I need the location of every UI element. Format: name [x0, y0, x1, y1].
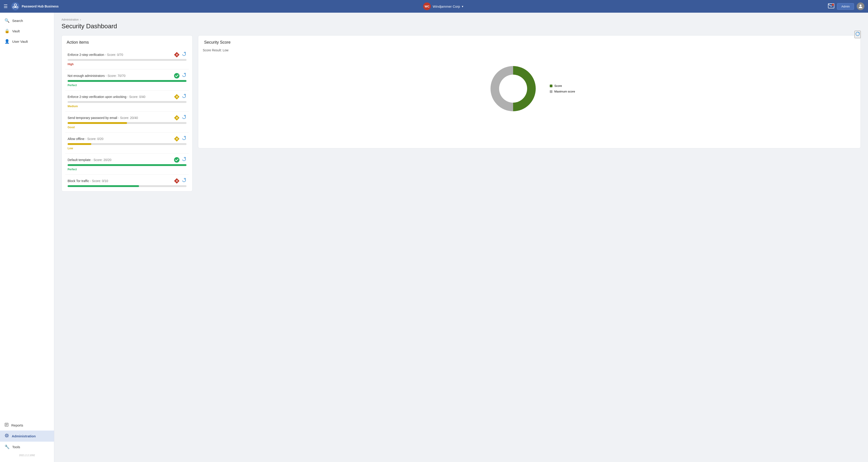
action-progress-bar — [68, 80, 186, 82]
action-item-score: - Score: 20/40 — [118, 116, 138, 120]
action-progress-fill — [68, 185, 139, 187]
org-name: Windjammer Corp — [433, 4, 460, 8]
action-item-controls — [174, 72, 186, 79]
tools-icon: 🔧 — [4, 444, 9, 449]
legend-dot — [550, 85, 553, 87]
hamburger-menu[interactable]: ☰ — [4, 4, 8, 9]
action-item-header: Default template - Score: 20/20 — [68, 157, 186, 163]
action-item-controls: ✕ — [174, 115, 186, 121]
donut-chart — [484, 59, 542, 118]
action-progress-bar — [68, 101, 186, 103]
action-item-controls — [174, 157, 186, 163]
action-item-controls: ✕ — [174, 94, 186, 100]
action-progress-bar — [68, 143, 186, 145]
action-item-controls: ✕ — [174, 136, 186, 142]
action-item: Default template - Score: 20/20 Perfect — [65, 154, 189, 175]
mail-icon[interactable] — [828, 3, 834, 9]
action-item-label: Send temporary password by email - Score… — [68, 116, 138, 120]
action-item-header: Enforce 2-step verification upon unlocki… — [68, 94, 186, 100]
brand: Password Hub Business — [11, 2, 59, 10]
sidebar-label-user-vault: User Vault — [12, 39, 28, 43]
action-item: Enforce 2-step verification - Score: 0/7… — [65, 49, 189, 69]
action-item-label: Block Tor traffic - Score: 0/10 — [68, 179, 108, 183]
breadcrumb-parent: Administration — [61, 18, 79, 21]
action-item-score: - Score: 70/70 — [105, 74, 125, 78]
legend-item: Maximum score — [550, 90, 575, 93]
action-item-score: - Score: 0/40 — [127, 95, 145, 99]
action-progress-bar — [68, 59, 186, 61]
topnav: ☰ Password Hub Business WC Windjammer Co… — [0, 0, 868, 13]
status-warning-icon: ✕ — [174, 136, 180, 142]
action-item-header: Block Tor traffic - Score: 0/10 ✕ — [68, 178, 186, 184]
sidebar-item-search[interactable]: 🔍 Search — [0, 16, 54, 26]
user-avatar[interactable] — [857, 2, 864, 10]
sidebar-label-vault: Vault — [12, 29, 20, 33]
action-level: High — [68, 63, 74, 66]
sidebar-item-administration[interactable]: Administration — [0, 431, 54, 442]
action-item-label: Enforce 2-step verification - Score: 0/7… — [68, 53, 123, 57]
sidebar-version: 2021.2.2.1092 — [0, 452, 54, 458]
svg-point-8 — [860, 4, 862, 6]
score-result-label: Score Result: — [203, 49, 222, 52]
status-error-icon: ✕ — [174, 178, 180, 184]
user-vault-icon: 👤 — [4, 39, 9, 44]
action-item-controls: ✕ — [174, 178, 186, 184]
action-level: Low — [68, 147, 73, 150]
action-item-header: Allow offline - Score: 0/20 ✕ — [68, 136, 186, 142]
refresh-button[interactable] — [855, 31, 861, 38]
org-selector[interactable]: WC Windjammer Corp ▾ — [59, 2, 828, 10]
action-item-header: Not enough administrators - Score: 70/70 — [68, 72, 186, 79]
goto-icon[interactable] — [182, 94, 186, 100]
score-result: Score Result: Low — [203, 49, 856, 52]
legend-label: Score — [554, 84, 562, 88]
action-items-card: Action items Enforce 2-step verification… — [61, 35, 193, 191]
action-item-controls: ✕ — [174, 52, 186, 58]
goto-icon[interactable] — [182, 157, 186, 163]
action-item-header: Send temporary password by email - Score… — [68, 115, 186, 121]
svg-text:✕: ✕ — [176, 179, 178, 183]
status-warning-icon: ✕ — [174, 94, 180, 100]
action-item-score: - Score: 0/10 — [90, 179, 108, 183]
sidebar-bottom: Reports Administration 🔧 Tools 2021.2.2.… — [0, 417, 54, 462]
action-progress-bar — [68, 185, 186, 187]
status-error-icon: ✕ — [174, 52, 180, 58]
logo-icon — [11, 2, 20, 10]
legend-label: Maximum score — [554, 90, 575, 93]
content-row: Action items Enforce 2-step verification… — [61, 35, 861, 191]
donut-legend: Score Maximum score — [550, 84, 575, 93]
action-item-score: - Score: 20/20 — [92, 158, 112, 162]
sidebar-label-reports: Reports — [11, 423, 23, 427]
goto-icon[interactable] — [182, 178, 186, 184]
sidebar-item-user-vault[interactable]: 👤 User Vault — [0, 36, 54, 47]
app-name: Password Hub Business — [22, 4, 59, 8]
org-avatar: WC — [423, 2, 431, 10]
reports-icon — [4, 423, 8, 428]
goto-icon[interactable] — [182, 52, 186, 58]
administration-icon — [4, 433, 9, 439]
action-level: Perfect — [68, 168, 77, 171]
action-level: Good — [68, 126, 74, 129]
action-item: Allow offline - Score: 0/20 ✕ Low — [65, 132, 189, 154]
status-success-icon — [174, 73, 180, 79]
sidebar-item-tools[interactable]: 🔧 Tools — [0, 442, 54, 452]
action-item-score: - Score: 0/70 — [105, 53, 123, 57]
svg-point-24 — [174, 157, 180, 163]
action-item: Enforce 2-step verification upon unlocki… — [65, 90, 189, 112]
security-score-card: Security Score Score Result: Low Score M… — [198, 35, 861, 148]
sidebar-item-reports[interactable]: Reports — [0, 420, 54, 431]
action-item-label: Allow offline - Score: 0/20 — [68, 137, 103, 141]
sidebar-item-vault[interactable]: 🔒 Vault — [0, 26, 54, 36]
page-title: Security Dashboard — [61, 23, 861, 30]
action-progress-fill — [68, 80, 186, 82]
goto-icon[interactable] — [182, 72, 186, 79]
vault-icon: 🔒 — [4, 29, 9, 33]
admin-button[interactable]: Admin — [837, 3, 854, 10]
sidebar-label-tools: Tools — [12, 445, 20, 449]
topnav-right: Admin — [828, 2, 864, 10]
action-item-score: - Score: 0/20 — [85, 137, 103, 141]
sidebar-label-search: Search — [12, 19, 23, 23]
goto-icon[interactable] — [182, 136, 186, 142]
app-name-text: Password Hub Business — [22, 4, 59, 8]
goto-icon[interactable] — [182, 115, 186, 121]
action-progress-fill — [68, 164, 186, 166]
